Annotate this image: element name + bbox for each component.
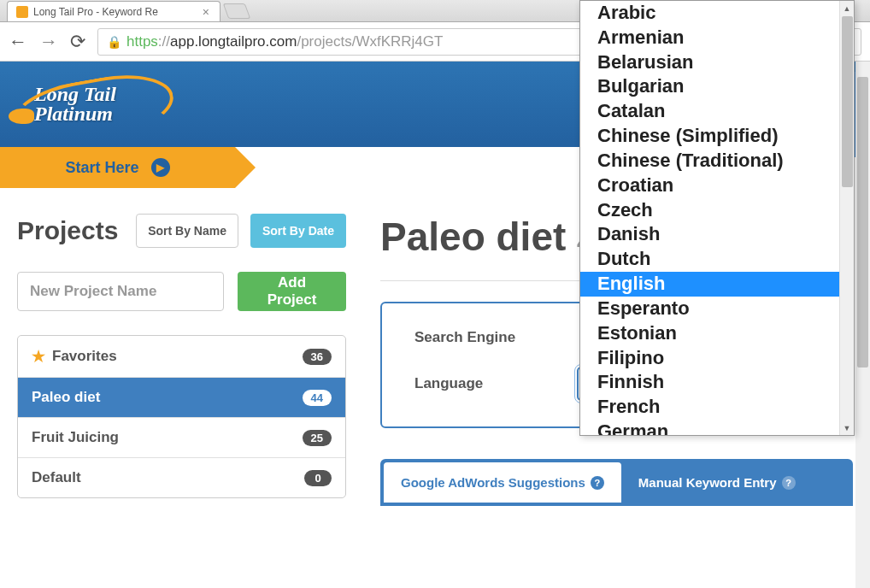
dropdown-list[interactable]: ArabicArmenianBelarusianBulgarianCatalan… bbox=[580, 1, 854, 435]
dropdown-option[interactable]: Estonian bbox=[580, 321, 854, 346]
dropdown-option[interactable]: Belarusian bbox=[580, 50, 854, 75]
project-item[interactable]: Default0 bbox=[18, 458, 345, 497]
logo-arc bbox=[8, 66, 178, 153]
project-item[interactable]: Fruit Juicing25 bbox=[18, 418, 345, 458]
count-badge: 25 bbox=[303, 430, 332, 446]
sidebar: Projects Sort By Name Sort By Date Add P… bbox=[17, 214, 346, 506]
dropdown-option[interactable]: Danish bbox=[580, 222, 854, 247]
scroll-thumb[interactable] bbox=[842, 16, 853, 187]
star-icon: ★ bbox=[32, 347, 45, 366]
url-scheme: https bbox=[126, 33, 158, 50]
count-badge: 44 bbox=[303, 390, 332, 406]
dropdown-option[interactable]: Arabic bbox=[580, 1, 854, 26]
tab-favicon bbox=[16, 6, 28, 18]
scroll-thumb[interactable] bbox=[857, 77, 868, 368]
dropdown-scrollbar[interactable]: ▲ ▼ bbox=[839, 1, 854, 435]
dropdown-option[interactable]: Filipino bbox=[580, 346, 854, 371]
url-domain: app.longtailpro.com bbox=[170, 33, 297, 50]
forward-button[interactable]: → bbox=[39, 32, 58, 51]
dropdown-option[interactable]: French bbox=[580, 395, 854, 420]
sort-by-date-button[interactable]: Sort By Date bbox=[250, 214, 346, 248]
count-badge: 0 bbox=[304, 470, 332, 486]
url-path: /projects/WxfKRRj4GT bbox=[297, 33, 443, 50]
dropdown-option[interactable]: Armenian bbox=[580, 26, 854, 50]
start-here-button[interactable]: Start Here ▶ bbox=[0, 147, 235, 188]
tab-title: Long Tail Pro - Keyword Re bbox=[33, 6, 196, 18]
dropdown-option[interactable]: Chinese (Traditional) bbox=[580, 149, 854, 173]
dropdown-option[interactable]: Dutch bbox=[580, 247, 854, 272]
scroll-down-icon[interactable]: ▼ bbox=[840, 420, 854, 435]
browser-tab[interactable]: Long Tail Pro - Keyword Re × bbox=[7, 1, 220, 21]
dropdown-option[interactable]: Czech bbox=[580, 198, 854, 223]
new-project-input[interactable] bbox=[17, 272, 224, 311]
project-label: Default bbox=[32, 469, 81, 486]
dropdown-option[interactable]: Bulgarian bbox=[580, 74, 854, 99]
page-scrollbar[interactable] bbox=[855, 62, 870, 588]
projects-heading: Projects bbox=[17, 216, 124, 245]
scroll-up-icon[interactable]: ▲ bbox=[840, 1, 854, 15]
dropdown-option[interactable]: Finnish bbox=[580, 370, 854, 395]
count-badge: 36 bbox=[303, 349, 332, 365]
reload-button[interactable]: ⟳ bbox=[70, 32, 85, 51]
tab-manual[interactable]: Manual Keyword Entry? bbox=[621, 462, 813, 503]
add-project-button[interactable]: Add Project bbox=[238, 272, 346, 311]
back-button[interactable]: ← bbox=[9, 32, 27, 51]
language-dropdown: ArabicArmenianBelarusianBulgarianCatalan… bbox=[579, 0, 855, 436]
tab-adwords[interactable]: Google AdWords Suggestions? bbox=[384, 462, 621, 503]
help-icon[interactable]: ? bbox=[591, 476, 604, 490]
new-tab-button[interactable] bbox=[223, 3, 251, 19]
search-engine-label: Search Engine bbox=[414, 329, 577, 346]
dropdown-option[interactable]: Chinese (Simplified) bbox=[580, 124, 854, 149]
sort-by-name-button[interactable]: Sort By Name bbox=[136, 214, 238, 248]
project-label: Paleo diet bbox=[32, 389, 100, 406]
project-label: Favorites bbox=[52, 348, 117, 365]
project-item[interactable]: Paleo diet44 bbox=[18, 378, 345, 418]
project-list: ★Favorites36Paleo diet44Fruit Juicing25D… bbox=[17, 335, 346, 498]
dropdown-option[interactable]: German bbox=[580, 420, 854, 435]
logo[interactable]: Long Tail Platinum bbox=[10, 85, 116, 124]
dropdown-option[interactable]: Catalan bbox=[580, 99, 854, 124]
project-item[interactable]: ★Favorites36 bbox=[18, 336, 345, 378]
arrow-right-icon: ▶ bbox=[151, 158, 170, 177]
dropdown-option[interactable]: Croatian bbox=[580, 173, 854, 198]
help-icon[interactable]: ? bbox=[782, 476, 796, 490]
dropdown-option[interactable]: English bbox=[580, 272, 854, 297]
project-label: Fruit Juicing bbox=[32, 429, 119, 446]
dropdown-option[interactable]: Esperanto bbox=[580, 297, 854, 321]
language-label: Language bbox=[414, 375, 577, 392]
keyword-tabs: Google AdWords Suggestions?Manual Keywor… bbox=[380, 459, 853, 506]
close-tab-icon[interactable]: × bbox=[201, 5, 211, 19]
lock-icon: 🔒 bbox=[107, 35, 121, 49]
